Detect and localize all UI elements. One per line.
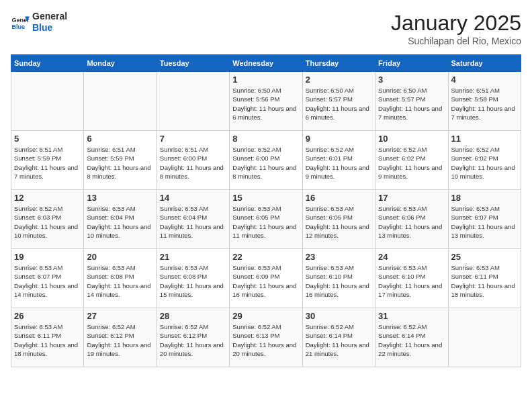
days-header-row: SundayMondayTuesdayWednesdayThursdayFrid… (11, 55, 521, 72)
day-cell: 29Sunrise: 6:52 AM Sunset: 6:13 PM Dayli… (230, 308, 302, 367)
day-info: Sunrise: 6:53 AM Sunset: 6:05 PM Dayligh… (232, 204, 299, 240)
day-info: Sunrise: 6:53 AM Sunset: 6:04 PM Dayligh… (160, 204, 226, 240)
logo: General Blue General Blue (11, 11, 67, 34)
day-number: 19 (14, 252, 81, 262)
day-cell: 18Sunrise: 6:53 AM Sunset: 6:07 PM Dayli… (448, 190, 521, 249)
day-cell (448, 308, 521, 367)
day-cell: 30Sunrise: 6:52 AM Sunset: 6:14 PM Dayli… (302, 308, 375, 367)
day-header-sunday: Sunday (11, 55, 84, 72)
day-number: 20 (87, 252, 153, 262)
day-cell: 2Sunrise: 6:50 AM Sunset: 5:57 PM Daylig… (302, 72, 375, 131)
day-number: 4 (451, 75, 518, 85)
day-number: 26 (14, 311, 81, 321)
day-info: Sunrise: 6:52 AM Sunset: 6:00 PM Dayligh… (232, 145, 299, 181)
day-info: Sunrise: 6:52 AM Sunset: 6:02 PM Dayligh… (451, 145, 518, 181)
day-cell: 3Sunrise: 6:50 AM Sunset: 5:57 PM Daylig… (375, 72, 448, 131)
day-info: Sunrise: 6:53 AM Sunset: 6:11 PM Dayligh… (451, 263, 518, 299)
day-cell: 17Sunrise: 6:53 AM Sunset: 6:06 PM Dayli… (375, 190, 448, 249)
logo-line2: Blue (32, 22, 67, 34)
day-cell (157, 72, 229, 131)
day-info: Sunrise: 6:51 AM Sunset: 6:00 PM Dayligh… (160, 145, 226, 181)
day-info: Sunrise: 6:52 AM Sunset: 6:14 PM Dayligh… (306, 322, 372, 358)
week-row-3: 12Sunrise: 6:52 AM Sunset: 6:03 PM Dayli… (11, 190, 521, 249)
day-header-saturday: Saturday (448, 55, 521, 72)
day-info: Sunrise: 6:53 AM Sunset: 6:06 PM Dayligh… (378, 204, 445, 240)
week-row-5: 26Sunrise: 6:53 AM Sunset: 6:11 PM Dayli… (11, 308, 521, 367)
page-header: General Blue General Blue January 2025 S… (11, 11, 521, 46)
day-number: 12 (14, 193, 81, 203)
day-cell: 28Sunrise: 6:52 AM Sunset: 6:12 PM Dayli… (157, 308, 229, 367)
day-info: Sunrise: 6:53 AM Sunset: 6:08 PM Dayligh… (160, 263, 226, 299)
month-title: January 2025 (391, 11, 521, 36)
day-number: 31 (378, 311, 445, 321)
day-header-tuesday: Tuesday (157, 55, 229, 72)
day-number: 16 (306, 193, 372, 203)
day-info: Sunrise: 6:51 AM Sunset: 5:59 PM Dayligh… (14, 145, 81, 181)
day-info: Sunrise: 6:53 AM Sunset: 6:11 PM Dayligh… (14, 322, 81, 358)
day-number: 29 (232, 311, 299, 321)
day-cell (11, 72, 84, 131)
day-info: Sunrise: 6:52 AM Sunset: 6:13 PM Dayligh… (232, 322, 299, 358)
day-cell: 25Sunrise: 6:53 AM Sunset: 6:11 PM Dayli… (448, 249, 521, 308)
day-info: Sunrise: 6:50 AM Sunset: 5:56 PM Dayligh… (232, 86, 299, 122)
day-number: 15 (232, 193, 299, 203)
day-info: Sunrise: 6:53 AM Sunset: 6:07 PM Dayligh… (451, 204, 518, 240)
calendar-table: SundayMondayTuesdayWednesdayThursdayFrid… (11, 54, 521, 367)
day-number: 18 (451, 193, 518, 203)
day-cell: 16Sunrise: 6:53 AM Sunset: 6:05 PM Dayli… (302, 190, 375, 249)
day-info: Sunrise: 6:53 AM Sunset: 6:10 PM Dayligh… (378, 263, 445, 299)
day-number: 24 (378, 252, 445, 262)
day-info: Sunrise: 6:53 AM Sunset: 6:04 PM Dayligh… (87, 204, 153, 240)
day-cell: 22Sunrise: 6:53 AM Sunset: 6:09 PM Dayli… (230, 249, 302, 308)
day-info: Sunrise: 6:52 AM Sunset: 6:03 PM Dayligh… (14, 204, 81, 240)
day-number: 3 (378, 75, 445, 85)
day-cell: 23Sunrise: 6:53 AM Sunset: 6:10 PM Dayli… (302, 249, 375, 308)
day-number: 9 (306, 134, 372, 144)
day-number: 22 (232, 252, 299, 262)
day-info: Sunrise: 6:52 AM Sunset: 6:12 PM Dayligh… (87, 322, 153, 358)
day-header-friday: Friday (375, 55, 448, 72)
day-number: 1 (232, 75, 299, 85)
day-header-monday: Monday (84, 55, 157, 72)
day-number: 14 (160, 193, 226, 203)
day-number: 23 (306, 252, 372, 262)
day-number: 21 (160, 252, 226, 262)
day-cell: 6Sunrise: 6:51 AM Sunset: 5:59 PM Daylig… (84, 131, 157, 190)
day-cell: 14Sunrise: 6:53 AM Sunset: 6:04 PM Dayli… (157, 190, 229, 249)
day-info: Sunrise: 6:50 AM Sunset: 5:57 PM Dayligh… (306, 86, 372, 122)
day-info: Sunrise: 6:51 AM Sunset: 5:58 PM Dayligh… (451, 86, 518, 122)
week-row-2: 5Sunrise: 6:51 AM Sunset: 5:59 PM Daylig… (11, 131, 521, 190)
day-number: 27 (87, 311, 153, 321)
day-cell: 21Sunrise: 6:53 AM Sunset: 6:08 PM Dayli… (157, 249, 229, 308)
day-header-thursday: Thursday (302, 55, 375, 72)
day-number: 11 (451, 134, 518, 144)
svg-text:Blue: Blue (11, 24, 25, 30)
day-info: Sunrise: 6:50 AM Sunset: 5:57 PM Dayligh… (378, 86, 445, 122)
day-info: Sunrise: 6:52 AM Sunset: 6:14 PM Dayligh… (378, 322, 445, 358)
day-cell: 26Sunrise: 6:53 AM Sunset: 6:11 PM Dayli… (11, 308, 84, 367)
day-cell (84, 72, 157, 131)
week-row-4: 19Sunrise: 6:53 AM Sunset: 6:07 PM Dayli… (11, 249, 521, 308)
logo-icon: General Blue (11, 13, 30, 32)
day-cell: 9Sunrise: 6:52 AM Sunset: 6:01 PM Daylig… (302, 131, 375, 190)
day-number: 13 (87, 193, 153, 203)
day-cell: 27Sunrise: 6:52 AM Sunset: 6:12 PM Dayli… (84, 308, 157, 367)
day-cell: 12Sunrise: 6:52 AM Sunset: 6:03 PM Dayli… (11, 190, 84, 249)
day-number: 17 (378, 193, 445, 203)
day-cell: 11Sunrise: 6:52 AM Sunset: 6:02 PM Dayli… (448, 131, 521, 190)
day-cell: 8Sunrise: 6:52 AM Sunset: 6:00 PM Daylig… (230, 131, 302, 190)
title-block: January 2025 Suchilapan del Rio, Mexico (391, 11, 521, 46)
day-info: Sunrise: 6:53 AM Sunset: 6:07 PM Dayligh… (14, 263, 81, 299)
day-cell: 1Sunrise: 6:50 AM Sunset: 5:56 PM Daylig… (230, 72, 302, 131)
day-info: Sunrise: 6:53 AM Sunset: 6:09 PM Dayligh… (232, 263, 299, 299)
day-info: Sunrise: 6:53 AM Sunset: 6:08 PM Dayligh… (87, 263, 153, 299)
day-cell: 31Sunrise: 6:52 AM Sunset: 6:14 PM Dayli… (375, 308, 448, 367)
day-number: 25 (451, 252, 518, 262)
day-info: Sunrise: 6:52 AM Sunset: 6:12 PM Dayligh… (160, 322, 226, 358)
day-number: 6 (87, 134, 153, 144)
day-number: 8 (232, 134, 299, 144)
day-info: Sunrise: 6:53 AM Sunset: 6:05 PM Dayligh… (306, 204, 372, 240)
day-number: 7 (160, 134, 226, 144)
week-row-1: 1Sunrise: 6:50 AM Sunset: 5:56 PM Daylig… (11, 72, 521, 131)
day-header-wednesday: Wednesday (230, 55, 302, 72)
